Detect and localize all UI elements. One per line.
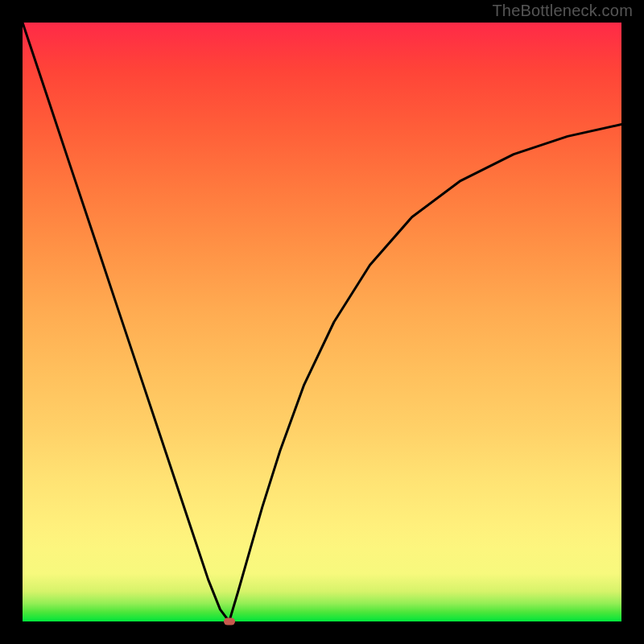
chart-frame: TheBottleneck.com [0, 0, 644, 644]
bottleneck-curve [23, 23, 621, 621]
plot-outer-border [10, 10, 634, 634]
watermark-text: TheBottleneck.com [492, 2, 633, 20]
plot-area [23, 23, 621, 621]
curve-path [23, 23, 621, 621]
minimum-marker [224, 618, 235, 625]
